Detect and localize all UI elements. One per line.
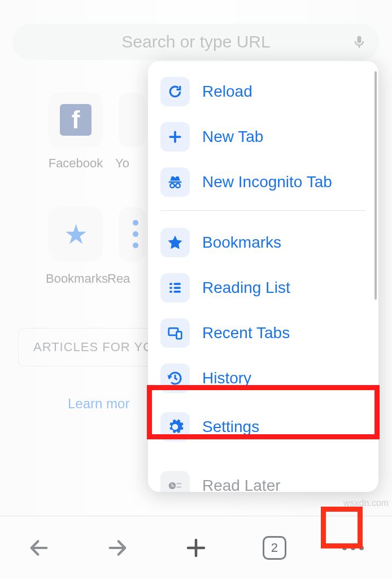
svg-rect-9 xyxy=(177,332,182,339)
menu-item-reading-list[interactable]: Reading List xyxy=(148,265,378,310)
menu-item-label: Reload xyxy=(202,83,252,101)
incognito-icon xyxy=(160,167,190,197)
svg-rect-12 xyxy=(177,486,182,488)
microphone-icon[interactable] xyxy=(351,34,367,50)
menu-item-reload[interactable]: Reload xyxy=(148,69,378,114)
tabs-icon: 2 xyxy=(263,536,286,560)
shortcut-label: Facebook xyxy=(35,156,116,171)
back-button[interactable] xyxy=(23,532,55,564)
svg-rect-5 xyxy=(174,287,181,289)
shortcut-bookmarks[interactable]: ★ xyxy=(49,207,103,261)
menu-item-label: New Tab xyxy=(202,128,263,146)
star-icon: ★ xyxy=(64,218,88,250)
shortcut-facebook[interactable]: f xyxy=(49,93,103,147)
menu-item-recent-tabs[interactable]: Recent Tabs xyxy=(148,310,378,356)
svg-rect-3 xyxy=(174,283,181,285)
svg-rect-11 xyxy=(177,483,182,485)
list-icon xyxy=(133,220,138,248)
menu-item-new-tab[interactable]: New Tab xyxy=(148,114,378,159)
watermark-text: wsxdn.com xyxy=(343,498,389,508)
learn-more-link[interactable]: Learn mor xyxy=(68,396,129,412)
annotation-highlight-settings xyxy=(147,385,380,439)
menu-item-label: Reading List xyxy=(202,279,290,297)
shortcut-readinglist-partial[interactable] xyxy=(119,207,146,261)
tabs-button[interactable]: 2 xyxy=(259,532,290,564)
menu-divider xyxy=(160,210,366,211)
shortcut-youtube-partial[interactable] xyxy=(119,93,146,147)
menu-scrollbar[interactable] xyxy=(374,71,377,300)
facebook-icon: f xyxy=(60,104,92,136)
read-later-icon xyxy=(160,471,190,492)
search-input[interactable]: Search or type URL xyxy=(12,24,380,60)
svg-rect-6 xyxy=(169,291,172,293)
shortcut-label-partial: Yo xyxy=(115,156,129,171)
reload-icon xyxy=(160,77,190,106)
menu-item-label: Recent Tabs xyxy=(202,324,290,342)
shortcut-label-partial: Rea xyxy=(107,271,130,286)
svg-rect-4 xyxy=(169,287,172,289)
menu-item-label: Read Later xyxy=(202,477,281,492)
svg-point-0 xyxy=(170,184,175,188)
plus-icon xyxy=(160,122,190,152)
svg-rect-7 xyxy=(174,291,181,293)
menu-item-read-later[interactable]: Read Later xyxy=(148,463,378,492)
search-placeholder: Search or type URL xyxy=(121,32,270,51)
menu-item-bookmarks[interactable]: Bookmarks xyxy=(148,220,378,265)
forward-button[interactable] xyxy=(102,532,133,564)
svg-point-1 xyxy=(176,184,180,188)
list-icon xyxy=(160,273,190,303)
menu-item-incognito[interactable]: New Incognito Tab xyxy=(148,159,378,205)
menu-item-label: New Incognito Tab xyxy=(202,173,332,191)
svg-rect-2 xyxy=(169,283,172,285)
menu-item-label: Bookmarks xyxy=(202,234,281,252)
devices-icon xyxy=(160,318,190,348)
annotation-highlight-more xyxy=(321,507,363,548)
star-icon xyxy=(160,228,190,257)
articles-for-you-header[interactable]: ARTICLES FOR YO xyxy=(18,328,168,366)
new-tab-button[interactable] xyxy=(180,532,212,564)
